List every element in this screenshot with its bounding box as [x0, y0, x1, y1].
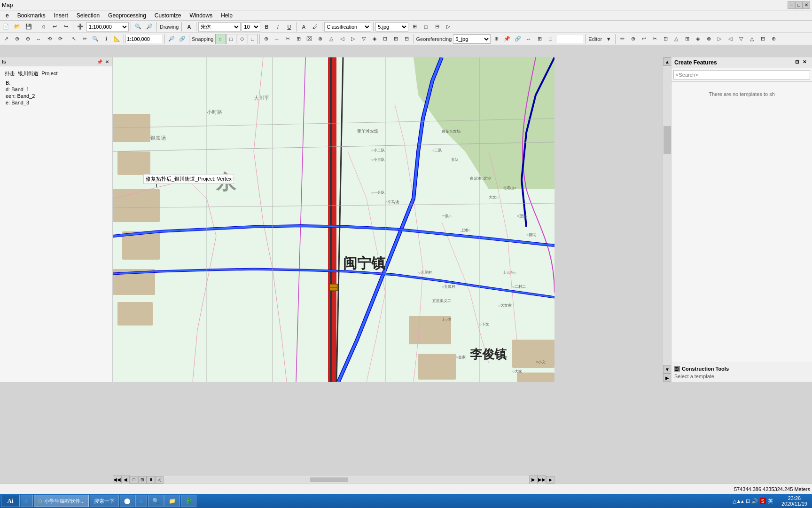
- identify-btn[interactable]: 🔎: [166, 34, 177, 44]
- taskbar-ie2[interactable]: e: [135, 495, 147, 507]
- zoom-in-btn[interactable]: 🔍: [133, 22, 143, 32]
- edit-tool9[interactable]: ⊗: [703, 34, 714, 44]
- snap-btn2[interactable]: □: [226, 34, 236, 44]
- add-data-btn[interactable]: ➕: [75, 22, 86, 32]
- page-btn3[interactable]: ⏸: [147, 476, 155, 484]
- font-color-btn[interactable]: A: [298, 22, 309, 32]
- maximize-btn[interactable]: □: [795, 1, 803, 9]
- georef-btn2[interactable]: 📌: [502, 34, 512, 44]
- edit-tool3[interactable]: ↩: [639, 34, 649, 44]
- image-btn3[interactable]: ⊟: [432, 22, 442, 32]
- tool-btn3[interactable]: ✂: [283, 34, 293, 44]
- text-btn[interactable]: A: [184, 22, 194, 32]
- georef-btn6[interactable]: □: [545, 34, 555, 44]
- snap-btn4[interactable]: ∟: [248, 34, 258, 44]
- taskbar-app3[interactable]: 🐉: [181, 495, 196, 507]
- georef-btn3[interactable]: 🔗: [513, 34, 523, 44]
- scale-input[interactable]: [125, 35, 163, 43]
- edit-tool5[interactable]: ⊡: [660, 34, 671, 44]
- vscroll-expand[interactable]: ▶: [663, 373, 671, 382]
- template-search[interactable]: [673, 70, 810, 79]
- menu-file[interactable]: e: [2, 11, 13, 20]
- map-hscroll[interactable]: ◀◀ ◀ □ ⊞ ⏸ ◁ ▶ ▶▶ ▶: [113, 475, 554, 484]
- edit-btn4[interactable]: 📐: [112, 34, 122, 44]
- zoom-select[interactable]: 1:100,000: [86, 22, 129, 32]
- systray-lang[interactable]: 英: [768, 498, 773, 505]
- georef-btn4[interactable]: ↔: [523, 34, 534, 44]
- nav-btn1[interactable]: ↗: [1, 34, 11, 44]
- tool-btn12[interactable]: ⊡: [380, 34, 390, 44]
- image-btn2[interactable]: □: [421, 22, 431, 32]
- new-btn[interactable]: 📄: [1, 22, 11, 32]
- nav-btn2[interactable]: ⊕: [12, 34, 22, 44]
- tool-btn4[interactable]: ⊞: [294, 34, 304, 44]
- edit-btn1[interactable]: ✏: [79, 34, 90, 44]
- tool-btn11[interactable]: ◈: [369, 34, 380, 44]
- edit-tool12[interactable]: ▽: [736, 34, 746, 44]
- map-area[interactable]: 小时路 大川平 银农场 国柳乡 永 闽宁镇 李俊镇 黄羊滩农场 ○小二队 ○小三…: [113, 57, 554, 382]
- image-btn1[interactable]: ⊞: [409, 22, 420, 32]
- tool-btn5[interactable]: ⌧: [304, 34, 315, 44]
- tool-btn10[interactable]: ▽: [359, 34, 369, 44]
- vscroll-thumb[interactable]: [664, 126, 671, 154]
- tool-btn14[interactable]: ⊟: [402, 34, 412, 44]
- font-size-select[interactable]: 10: [242, 22, 260, 32]
- menu-customize[interactable]: Customize: [151, 11, 185, 20]
- tool-btn6[interactable]: ⊗: [315, 34, 326, 44]
- taskbar-search[interactable]: 🔍: [148, 495, 164, 507]
- menu-geoprocessing[interactable]: Geoprocessing: [104, 11, 150, 20]
- edit-btn3[interactable]: ℹ: [101, 34, 111, 44]
- nav-btn4[interactable]: ↔: [33, 34, 44, 44]
- tool-btn2[interactable]: ↔: [272, 34, 282, 44]
- edit-tool15[interactable]: ⊕: [768, 34, 779, 44]
- close-btn[interactable]: ✕: [803, 1, 810, 9]
- start-button[interactable]: Ai: [1, 495, 20, 507]
- editor-dropdown[interactable]: ▼: [603, 34, 614, 44]
- undo-btn[interactable]: ↩: [49, 22, 60, 32]
- edit-tool10[interactable]: ▷: [714, 34, 725, 44]
- project-item[interactable]: 扑击_银川街道_Project: [3, 69, 109, 78]
- hscroll-prev-page[interactable]: ◀◀: [113, 476, 121, 484]
- menu-bookmarks[interactable]: Bookmarks: [14, 11, 49, 20]
- edit-tool7[interactable]: ⊞: [682, 34, 692, 44]
- hscroll-thumb[interactable]: [310, 477, 348, 482]
- edit-tool14[interactable]: ⊟: [757, 34, 768, 44]
- taskbar-clock[interactable]: 23:26 2020/11/19: [778, 495, 811, 507]
- redo-btn[interactable]: ↪: [61, 22, 71, 32]
- georef-input[interactable]: [556, 35, 584, 43]
- taskbar-folder[interactable]: 📁: [164, 495, 180, 507]
- tool-btn9[interactable]: ▷: [348, 34, 358, 44]
- panel-close[interactable]: ✕: [104, 58, 110, 65]
- classification-select[interactable]: Classification: [324, 22, 371, 32]
- edit-tool4[interactable]: ✂: [649, 34, 660, 44]
- hscroll-right[interactable]: ▶: [529, 476, 538, 484]
- page-btn2[interactable]: ⊞: [138, 476, 147, 484]
- vscroll-down[interactable]: ▼: [663, 365, 671, 373]
- taskbar-ie[interactable]: e: [21, 495, 33, 507]
- hscroll-expand[interactable]: ▶: [546, 476, 554, 484]
- highlight-btn[interactable]: 🖊: [310, 22, 320, 32]
- italic-btn[interactable]: I: [273, 22, 283, 32]
- map-vscroll[interactable]: ▲ ▼ ▶: [663, 57, 671, 382]
- edit-tool11[interactable]: ◁: [725, 34, 735, 44]
- edit-tool1[interactable]: ✏: [617, 34, 627, 44]
- edit-btn2[interactable]: 🔍: [90, 34, 101, 44]
- tool-btn8[interactable]: ◁: [337, 34, 347, 44]
- font-select[interactable]: 宋体: [198, 22, 241, 32]
- edit-tool2[interactable]: ⊕: [628, 34, 638, 44]
- menu-windows[interactable]: Windows: [186, 11, 217, 20]
- taskbar-app2[interactable]: 搜索一下: [90, 495, 119, 507]
- tool-btn1[interactable]: ⊕: [261, 34, 272, 44]
- snap-btn1[interactable]: ○: [215, 34, 226, 44]
- image-select[interactable]: 5.jpg: [375, 22, 408, 32]
- open-btn[interactable]: 📂: [12, 22, 23, 32]
- panel-pin[interactable]: 📌: [96, 58, 103, 65]
- image-btn4[interactable]: ▷: [443, 22, 453, 32]
- tool-btn7[interactable]: △: [326, 34, 336, 44]
- menu-insert[interactable]: Insert: [50, 11, 72, 20]
- nav-btn5[interactable]: ⟲: [44, 34, 55, 44]
- georef-btn1[interactable]: ⊕: [491, 34, 501, 44]
- menu-selection[interactable]: Selection: [73, 11, 103, 20]
- nav-btn3[interactable]: ⊖: [23, 34, 33, 44]
- right-panel-options[interactable]: ⊟: [795, 59, 802, 66]
